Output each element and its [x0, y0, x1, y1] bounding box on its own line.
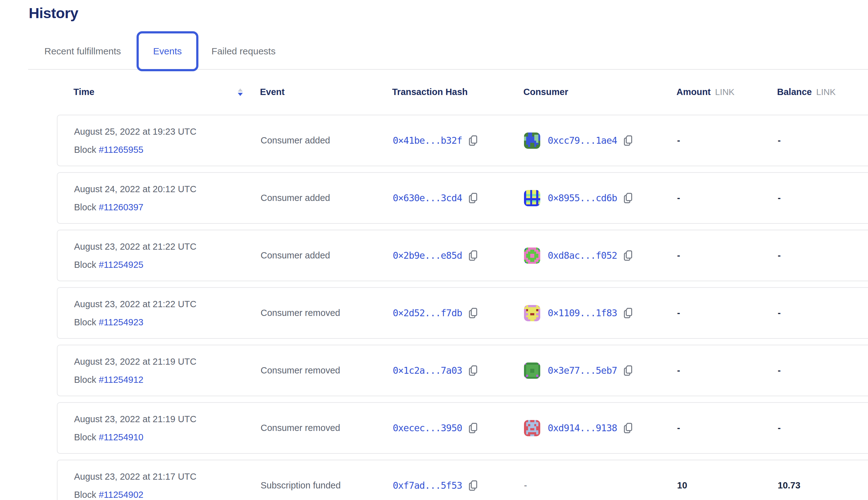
block-line: Block #11254923	[74, 317, 261, 328]
tab-bar: Recent fulfillments Events Failed reques…	[29, 31, 868, 71]
tab-recent-fulfillments[interactable]: Recent fulfillments	[44, 46, 121, 57]
consumer-address-link[interactable]: 0×3e77...5eb7	[548, 365, 617, 376]
block-link[interactable]: #11254923	[99, 317, 144, 327]
table-row: August 23, 2022 at 21:19 UTC Block #1125…	[57, 402, 868, 454]
block-link[interactable]: #11254925	[99, 260, 144, 270]
block-label: Block	[74, 317, 96, 327]
copy-icon[interactable]	[468, 365, 478, 376]
consumer-address-link[interactable]: 0×8955...cd6b	[548, 193, 617, 203]
copy-icon[interactable]	[468, 422, 478, 434]
block-link[interactable]: #11254910	[99, 432, 144, 442]
copy-icon[interactable]	[468, 480, 478, 491]
copy-pages-icon	[623, 422, 633, 434]
amount-cell: 10	[677, 480, 778, 491]
copy-icon[interactable]	[468, 307, 478, 319]
transaction-hash-link[interactable]: 0xecec...3950	[393, 422, 462, 433]
copy-icon[interactable]	[468, 250, 478, 261]
table-row: August 23, 2022 at 21:17 UTC Block #1125…	[57, 460, 868, 500]
consumer-address-link[interactable]: 0xd8ac...f052	[548, 250, 617, 261]
tab-failed-requests[interactable]: Failed requests	[212, 46, 276, 57]
consumer-empty: -	[524, 480, 527, 491]
transaction-hash-cell: 0×41be...b32f	[393, 135, 524, 146]
amount-cell: -	[677, 308, 778, 318]
consumer-cell: -	[524, 480, 677, 491]
time-cell: August 25, 2022 at 19:23 UTC Block #1126…	[74, 126, 261, 155]
consumer-cell: 0xd914...9138	[524, 420, 677, 436]
table-row: August 24, 2022 at 20:12 UTC Block #1126…	[57, 172, 868, 224]
time-cell: August 23, 2022 at 21:19 UTC Block #1125…	[74, 356, 261, 385]
balance-cell: -	[778, 135, 868, 146]
copy-icon[interactable]	[623, 135, 633, 146]
event-date: August 23, 2022 at 21:22 UTC	[74, 299, 261, 309]
transaction-hash-link[interactable]: 0×41be...b32f	[393, 135, 462, 146]
balance-unit-label: LINK	[816, 87, 835, 97]
balance-cell: -	[778, 423, 868, 433]
transaction-hash-link[interactable]: 0×2b9e...e85d	[393, 250, 462, 261]
transaction-hash-link[interactable]: 0×630e...3cd4	[393, 193, 462, 203]
block-label: Block	[74, 432, 96, 442]
event-cell: Consumer added	[261, 250, 393, 261]
copy-icon[interactable]	[623, 307, 633, 319]
copy-pages-icon	[468, 135, 478, 146]
column-header-event: Event	[260, 87, 392, 97]
time-cell: August 23, 2022 at 21:17 UTC Block #1125…	[74, 471, 261, 500]
block-link[interactable]: #11260397	[99, 202, 144, 212]
event-date: August 24, 2022 at 20:12 UTC	[74, 184, 261, 194]
block-link[interactable]: #11254902	[99, 490, 144, 500]
consumer-address-link[interactable]: 0xd914...9138	[548, 422, 617, 433]
block-link[interactable]: #11265955	[99, 145, 144, 155]
column-header-time[interactable]: Time	[73, 87, 260, 97]
block-link[interactable]: #11254912	[99, 375, 144, 385]
amount-cell: -	[677, 250, 778, 261]
copy-pages-icon	[468, 480, 478, 491]
copy-pages-icon	[468, 365, 478, 376]
block-line: Block #11254902	[74, 489, 261, 500]
transaction-hash-link[interactable]: 0×1c2a...7a03	[393, 365, 462, 376]
column-header-amount: AmountLINK	[676, 87, 777, 97]
amount-cell: -	[677, 193, 778, 203]
event-date: August 23, 2022 at 21:17 UTC	[74, 471, 261, 482]
transaction-hash-link[interactable]: 0×2d52...f7db	[393, 307, 462, 318]
tab-events[interactable]: Events	[137, 31, 198, 71]
copy-icon[interactable]	[468, 135, 478, 146]
consumer-avatar	[524, 305, 540, 321]
copy-icon[interactable]	[623, 193, 633, 204]
table-row: August 23, 2022 at 21:22 UTC Block #1125…	[57, 230, 868, 281]
table-row: August 25, 2022 at 19:23 UTC Block #1126…	[57, 115, 868, 166]
amount-cell: -	[677, 365, 778, 376]
copy-icon[interactable]	[623, 365, 633, 376]
event-cell: Consumer added	[261, 193, 393, 203]
block-label: Block	[74, 145, 96, 155]
copy-pages-icon	[623, 307, 633, 319]
amount-header-label: Amount	[676, 87, 711, 97]
consumer-address-link[interactable]: 0×1109...1f83	[548, 307, 617, 318]
consumer-cell: 0×8955...cd6b	[524, 190, 677, 206]
transaction-hash-cell: 0xf7ad...5f53	[393, 480, 524, 491]
time-cell: August 23, 2022 at 21:19 UTC Block #1125…	[74, 414, 261, 443]
consumer-avatar	[524, 133, 540, 149]
consumer-cell: 0×1109...1f83	[524, 305, 677, 321]
block-label: Block	[74, 202, 96, 212]
copy-pages-icon	[468, 250, 478, 261]
copy-pages-icon	[468, 193, 478, 204]
amount-unit-label: LINK	[715, 87, 734, 97]
sort-down-arrow-icon	[238, 93, 243, 96]
block-line: Block #11254912	[74, 374, 261, 385]
consumer-address-link[interactable]: 0xcc79...1ae4	[548, 135, 617, 146]
event-cell: Consumer removed	[261, 365, 393, 376]
transaction-hash-link[interactable]: 0xf7ad...5f53	[393, 480, 462, 491]
block-label: Block	[74, 260, 96, 270]
block-line: Block #11254925	[74, 259, 261, 270]
copy-icon[interactable]	[623, 422, 633, 434]
sort-desc-icon[interactable]	[238, 89, 243, 96]
event-date: August 23, 2022 at 21:19 UTC	[74, 356, 261, 367]
event-cell: Consumer added	[261, 135, 393, 146]
time-cell: August 23, 2022 at 21:22 UTC Block #1125…	[74, 299, 261, 328]
balance-cell: -	[778, 250, 868, 261]
block-line: Block #11265955	[74, 144, 261, 155]
event-cell: Consumer removed	[261, 423, 393, 433]
sort-up-arrow-icon	[238, 89, 243, 92]
balance-cell: -	[778, 308, 868, 318]
copy-icon[interactable]	[623, 250, 633, 261]
copy-icon[interactable]	[468, 193, 478, 204]
